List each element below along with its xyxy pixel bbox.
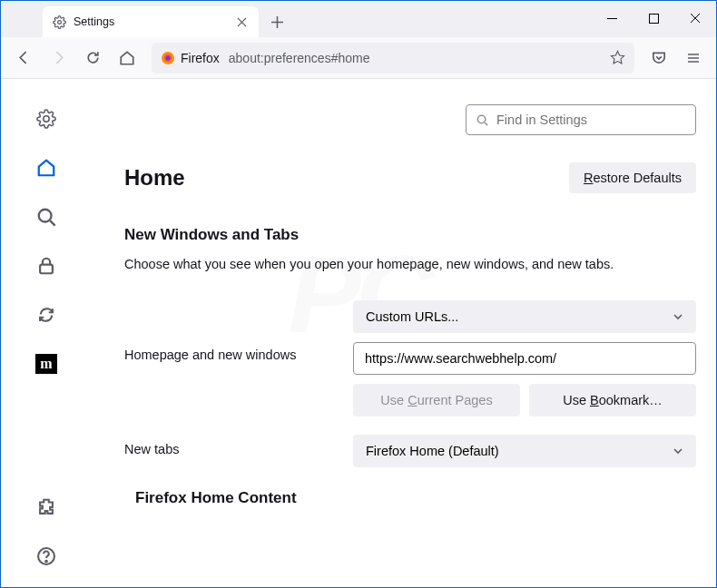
new-tab-button[interactable] bbox=[263, 8, 290, 35]
section-title: New Windows and Tabs bbox=[124, 226, 696, 244]
window-controls bbox=[591, 1, 716, 35]
m-icon: m bbox=[35, 354, 57, 374]
firefox-home-content-title: Firefox Home Content bbox=[135, 489, 696, 507]
sidebar-item-home[interactable] bbox=[32, 153, 61, 182]
search-settings-input[interactable] bbox=[496, 113, 686, 127]
url-text: about:preferences#home bbox=[229, 51, 601, 65]
home-button[interactable] bbox=[112, 43, 142, 74]
menu-button[interactable] bbox=[678, 43, 709, 74]
homepage-label: Homepage and new windows bbox=[124, 300, 335, 362]
close-icon[interactable] bbox=[233, 14, 250, 30]
minimize-button[interactable] bbox=[591, 1, 633, 35]
new-tabs-label: New tabs bbox=[124, 435, 335, 456]
settings-sidebar: m bbox=[1, 79, 92, 587]
use-current-pages-button[interactable]: Use Current Pages bbox=[353, 384, 520, 416]
svg-marker-5 bbox=[611, 51, 624, 63]
content-area: PC m Home Restore Defaults New Windows a… bbox=[1, 79, 716, 587]
sidebar-item-more[interactable]: m bbox=[32, 349, 61, 378]
sidebar-item-general[interactable] bbox=[32, 104, 61, 133]
gear-icon bbox=[52, 15, 66, 29]
svg-point-10 bbox=[45, 561, 47, 563]
toolbar: Firefox about:preferences#home bbox=[1, 37, 716, 79]
dropdown-value: Firefox Home (Default) bbox=[366, 444, 499, 458]
homepage-mode-dropdown[interactable]: Custom URLs... bbox=[353, 300, 696, 333]
sidebar-item-sync[interactable] bbox=[32, 300, 61, 329]
back-button[interactable] bbox=[8, 43, 39, 74]
chevron-down-icon bbox=[673, 446, 683, 456]
search-settings-field[interactable] bbox=[466, 104, 696, 135]
firefox-icon bbox=[161, 51, 175, 65]
homepage-url-input[interactable] bbox=[353, 342, 696, 375]
svg-point-0 bbox=[57, 20, 61, 24]
close-window-button[interactable] bbox=[674, 1, 716, 35]
svg-rect-1 bbox=[649, 14, 658, 23]
forward-button[interactable] bbox=[43, 43, 74, 74]
tab-title: Settings bbox=[74, 15, 226, 28]
restore-defaults-button[interactable]: Restore Defaults bbox=[569, 162, 696, 193]
bookmark-star-icon[interactable] bbox=[610, 50, 625, 65]
maximize-button[interactable] bbox=[633, 1, 674, 35]
chevron-down-icon bbox=[673, 311, 683, 322]
url-identity-label: Firefox bbox=[181, 51, 220, 65]
reload-button[interactable] bbox=[77, 43, 108, 74]
pocket-button[interactable] bbox=[643, 43, 674, 74]
titlebar: Settings bbox=[1, 1, 716, 37]
url-bar[interactable]: Firefox about:preferences#home bbox=[152, 43, 634, 74]
section-description: Choose what you see when you open your h… bbox=[124, 255, 696, 275]
sidebar-item-help[interactable] bbox=[32, 542, 61, 571]
use-bookmark-button[interactable]: Use Bookmark… bbox=[529, 384, 696, 416]
search-icon bbox=[476, 113, 489, 127]
settings-main: Home Restore Defaults New Windows and Ta… bbox=[92, 79, 716, 587]
url-identity: Firefox bbox=[161, 51, 220, 65]
sidebar-item-privacy[interactable] bbox=[32, 251, 61, 280]
sidebar-item-search[interactable] bbox=[32, 202, 61, 231]
svg-point-4 bbox=[166, 55, 171, 60]
svg-point-11 bbox=[477, 115, 485, 122]
dropdown-value: Custom URLs... bbox=[366, 309, 458, 324]
svg-point-7 bbox=[39, 210, 52, 222]
browser-tab[interactable]: Settings bbox=[43, 6, 259, 37]
page-title: Home bbox=[124, 165, 185, 191]
svg-rect-8 bbox=[40, 265, 53, 274]
svg-point-6 bbox=[44, 116, 49, 122]
new-tabs-dropdown[interactable]: Firefox Home (Default) bbox=[353, 435, 696, 467]
sidebar-item-extensions[interactable] bbox=[32, 493, 61, 522]
